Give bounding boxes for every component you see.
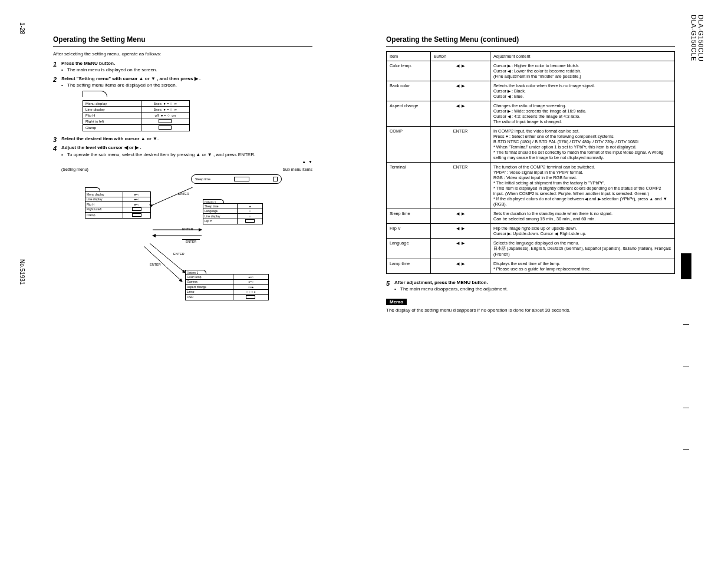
model-a: DLA-G150CLU xyxy=(697,15,704,61)
left-arrow-icon: ◀ xyxy=(456,226,459,231)
pill-submenu: Sleep time xyxy=(191,174,282,184)
osd-tab-1 xyxy=(83,91,107,97)
right-arrow-icon: ▶ xyxy=(462,63,465,68)
up-arrow-icon: ▲ xyxy=(141,136,146,141)
table-row: Sleep time◀ ▶Sets the duration to the st… xyxy=(387,209,675,224)
left-arrow-icon: ◀ xyxy=(124,145,128,150)
right-arrow-icon: ▶ xyxy=(462,240,465,246)
step-num-2: 2 xyxy=(53,76,61,90)
step2-sub: The setting menu items are displayed on … xyxy=(67,82,177,88)
left-arrow-icon: ◀ xyxy=(456,103,459,108)
left-arrow-icon: ◀ xyxy=(456,63,459,68)
memo-label: Memo xyxy=(386,299,407,305)
step1-text: Press the MENU button. xyxy=(61,61,115,66)
step-num-4: 4 xyxy=(53,145,61,329)
table-row: Color temp.◀ ▶Cursor ▶ : Higher the colo… xyxy=(387,61,675,81)
step-5: 5 After adjustment, press the MENU butto… xyxy=(386,280,675,293)
left-arrow-icon: ◀ xyxy=(456,240,459,246)
left-arrow-icon: ◀ xyxy=(456,83,459,88)
left-arrow-icon: ◀ xyxy=(456,211,459,216)
up-arrow-icon: ▲ xyxy=(302,160,306,164)
side-model-labels: DLA-G150CLU DLA-G150CLE xyxy=(690,15,704,61)
memo-block: Memo The display of the setting menu dis… xyxy=(386,295,675,314)
right-column: Operating the Setting Menu (continued) I… xyxy=(386,35,675,317)
model-b: DLA-G150CLE xyxy=(690,15,697,61)
diagram-arrows xyxy=(61,187,285,317)
table-row: COMPENTERIn COMP2 input, the video forma… xyxy=(387,127,675,163)
svg-line-4 xyxy=(144,246,182,282)
step1-sub: The main menu is displayed on the screen… xyxy=(67,67,157,73)
osd-menu-1: Menu display5sec ● ━ ○ ∞ Line display5se… xyxy=(83,100,190,131)
table-row: TerminalENTERThe function of the COMP2 t… xyxy=(387,163,675,209)
table-row: Lamp time◀ ▶Displays the used time of th… xyxy=(387,259,675,274)
th-item: Item xyxy=(387,52,431,61)
down-arrow-icon: ▼ xyxy=(151,76,156,81)
right-arrow-icon: ▶ xyxy=(462,226,465,231)
doc-number: No.51931 xyxy=(19,259,25,285)
thumb-index-lines xyxy=(683,283,689,450)
down-arrow-icon: ▼ xyxy=(308,160,312,164)
right-heading: Operating the Setting Menu (continued) xyxy=(386,35,675,47)
svg-line-0 xyxy=(153,187,206,205)
step-1: 1 Press the MENU button. •The main menu … xyxy=(53,61,312,74)
left-intro: After selecting the setting menu, operat… xyxy=(53,51,312,58)
right-arrow-icon: ▶ xyxy=(195,76,198,81)
down-arrow-icon: ▼ xyxy=(153,136,157,141)
table-row: Aspect change◀ ▶Changes the ratio of ima… xyxy=(387,101,675,127)
th-content: Adjustment content xyxy=(490,52,675,61)
step-3: 3 Select the desired item with cursor ▲ … xyxy=(53,136,312,143)
up-arrow-icon: ▲ xyxy=(139,76,144,81)
th-button: Button xyxy=(431,52,490,61)
step-num-1: 1 xyxy=(53,61,61,74)
step-num-5: 5 xyxy=(386,280,394,293)
settings-table: Item Button Adjustment content Color tem… xyxy=(386,51,675,274)
step5-text: After adjustment, press the MENU button. xyxy=(394,280,488,285)
left-heading: Operating the Setting Menu xyxy=(53,35,312,47)
step-num-3: 3 xyxy=(53,136,61,143)
up-arrow-icon: ▲ xyxy=(196,152,200,157)
submenu-label-row: (Setting menu) Sub menu items xyxy=(61,167,312,172)
down-arrow-icon: ▼ xyxy=(207,152,212,157)
left-arrow-icon: ◀ xyxy=(456,261,459,266)
thumb-index-tab xyxy=(681,253,691,279)
step2-text: Select "Setting menu" with cursor ▲ or ▼… xyxy=(61,76,200,81)
right-arrow-icon: ▶ xyxy=(462,261,465,266)
right-arrow-icon: ▶ xyxy=(135,145,139,150)
table-row: Language◀ ▶Selects the language displaye… xyxy=(387,239,675,259)
table-row: Flip V◀ ▶Flip the image right-side up or… xyxy=(387,224,675,239)
right-arrow-icon: ▶ xyxy=(462,83,465,88)
table-row: Back color◀ ▶Selects the back color when… xyxy=(387,81,675,101)
left-column: Operating the Setting Menu After selecti… xyxy=(53,35,312,330)
right-arrow-icon: ▶ xyxy=(462,103,465,108)
page-number: 1-28 xyxy=(19,22,25,34)
right-arrow-icon: ▶ xyxy=(462,211,465,216)
memo-text: The display of the setting menu disappea… xyxy=(386,308,675,314)
table-header-row: Item Button Adjustment content xyxy=(387,52,675,61)
step-4: 4 Adjust the level with cursor ◀ or ▶ . … xyxy=(53,145,312,329)
step-2: 2 Select "Setting menu" with cursor ▲ or… xyxy=(53,76,312,90)
